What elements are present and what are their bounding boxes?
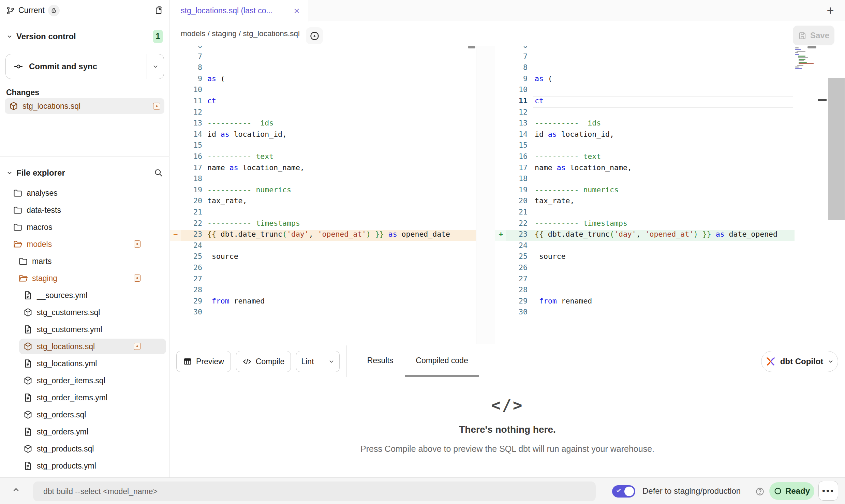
folder-open-icon <box>13 239 23 249</box>
code-line-24: 24 <box>170 241 476 252</box>
sidebar-item-stg-orders-sql[interactable]: stg_orders.sql <box>0 406 169 423</box>
doc-icon <box>23 359 33 368</box>
preview-label: Preview <box>196 357 224 366</box>
code-line-25: 25 source <box>170 252 476 263</box>
pane-divider[interactable] <box>476 46 495 344</box>
code-slash-icon: </> <box>170 396 845 414</box>
sidebar-item--sources-yml[interactable]: __sources.yml <box>0 287 169 304</box>
dbt-copilot-button[interactable]: dbt Copilot <box>761 351 838 372</box>
code-line-17: 17name as location_name, <box>495 163 795 175</box>
expand-panel-icon[interactable] <box>12 485 20 494</box>
code-line-16: 16---------- text <box>170 152 476 163</box>
tab-results[interactable]: Results <box>360 344 401 377</box>
code-line-14: 14id as location_id, <box>495 130 795 141</box>
sidebar-item-marts[interactable]: marts <box>0 253 169 270</box>
more-options-button[interactable]: ••• <box>818 481 838 501</box>
item-label: stg_order_items.sql <box>37 376 105 385</box>
doc-icon <box>23 325 33 334</box>
code-line-20: 20tax_rate, <box>170 196 476 208</box>
sidebar-item-stg-customers-yml[interactable]: stg_customers.yml <box>0 321 169 338</box>
branch-name: Current <box>18 6 45 15</box>
vertical-scrollbar[interactable] <box>828 78 845 220</box>
left-scrollbar-thumb[interactable] <box>468 46 475 48</box>
lock-icon <box>51 8 57 13</box>
code-line-28: 28 <box>170 285 476 297</box>
version-control-header[interactable]: Version control 1 <box>0 27 169 46</box>
item-label: stg_locations.sql <box>37 342 95 351</box>
changes-count-badge: 1 <box>153 30 163 43</box>
item-label: stg_locations.yml <box>37 359 97 368</box>
copy-icon[interactable] <box>154 6 163 15</box>
sidebar-item-stg-locations-yml[interactable]: stg_locations.yml <box>0 355 169 372</box>
breadcrumb-row: models / staging / stg_locations.sql Sav… <box>170 21 845 46</box>
item-label: stg_orders.sql <box>37 410 86 419</box>
model-icon <box>23 342 33 351</box>
diff-editor[interactable]: 6789as (1011ct1213---------- ids14id as … <box>170 46 845 344</box>
folder-icon <box>13 222 23 232</box>
item-label: stg_customers.sql <box>37 308 100 317</box>
lint-options-caret[interactable] <box>323 351 339 372</box>
sidebar-item-stg-locations-sql[interactable]: stg_locations.sql <box>0 338 169 355</box>
lint-button[interactable]: Lint <box>296 351 340 372</box>
changed-file-row[interactable]: stg_locations.sql <box>5 98 164 114</box>
code-line-19: 19---------- numerics <box>495 186 795 197</box>
status-badge: Ready <box>769 482 814 500</box>
new-tab-button[interactable]: + <box>823 3 837 18</box>
sidebar-item-stg-products-yml[interactable]: stg_products.yml <box>0 457 169 474</box>
sidebar: Current Version control 1 <box>0 0 169 477</box>
file-explorer-title: File explorer <box>16 168 65 178</box>
code-line-15: 15 <box>495 141 795 152</box>
tab-compiled-code[interactable]: Compiled code <box>405 344 479 377</box>
search-icon[interactable] <box>154 168 163 177</box>
sidebar-item-analyses[interactable]: analyses <box>0 184 169 202</box>
lineage-button[interactable] <box>306 27 323 44</box>
code-line-13: 13---------- ids <box>495 119 795 130</box>
sidebar-item-staging[interactable]: staging <box>0 270 169 287</box>
commit-and-sync-main[interactable]: Commit and sync <box>6 54 147 79</box>
command-input[interactable]: dbt build --select <model_name> <box>33 481 596 501</box>
code-line-12: 12 <box>495 108 795 119</box>
file-explorer-header[interactable]: File explorer <box>0 163 169 182</box>
divider <box>346 345 347 377</box>
commit-and-sync-button[interactable]: Commit and sync <box>5 54 164 79</box>
folder-open-icon <box>18 273 28 283</box>
lint-label[interactable]: Lint <box>296 351 319 372</box>
commit-and-sync-label: Commit and sync <box>29 62 97 71</box>
save-label: Save <box>810 31 829 40</box>
modified-badge <box>134 275 141 282</box>
code-line-23: +23{{ dbt.date_trunc('day', 'opened_at')… <box>495 230 795 241</box>
toggle-knob <box>624 487 634 496</box>
code-line-30: 30 <box>170 308 476 319</box>
help-icon[interactable] <box>755 487 765 496</box>
item-label: stg_customers.yml <box>37 325 102 334</box>
diff-pane-original[interactable]: 6789as (1011ct1213---------- ids14id as … <box>170 46 476 344</box>
compile-button[interactable]: Compile <box>236 351 291 372</box>
tab-stg-locations[interactable]: stg_locations.sql (last co... × <box>170 0 309 21</box>
sidebar-item-macros[interactable]: macros <box>0 219 169 236</box>
code-line-23: −23{{ dbt.date_trunc('day', 'opened_at')… <box>170 230 476 241</box>
sidebar-item-models[interactable]: models <box>0 236 169 253</box>
code-line-6: 6 <box>495 46 795 52</box>
table-icon <box>183 357 192 366</box>
modified-badge <box>153 103 160 110</box>
diff-pane-modified[interactable]: 6789as (1011ct1213---------- ids14id as … <box>495 46 795 344</box>
sidebar-item-stg-products-sql[interactable]: stg_products.sql <box>0 440 169 457</box>
code-line-14: 14id as location_id, <box>170 130 476 141</box>
changes-section-label: Changes <box>6 88 39 97</box>
preview-button[interactable]: Preview <box>176 351 231 372</box>
commit-options-caret[interactable] <box>147 54 164 79</box>
close-icon[interactable]: × <box>294 6 300 16</box>
sidebar-item-stg-orders-yml[interactable]: stg_orders.yml <box>0 423 169 440</box>
sidebar-item-stg-order-items-sql[interactable]: stg_order_items.sql <box>0 372 169 389</box>
item-label: stg_order_items.yml <box>37 393 107 402</box>
minimap[interactable] <box>795 47 818 116</box>
sidebar-item-stg-customers-sql[interactable]: stg_customers.sql <box>0 304 169 321</box>
sidebar-item-stg-order-items-yml[interactable]: stg_order_items.yml <box>0 389 169 406</box>
sidebar-item-data-tests[interactable]: data-tests <box>0 202 169 219</box>
results-toolbar: Preview Compile Lint Results Compiled co… <box>170 344 845 377</box>
empty-state: </> There's nothing here. Press Compile … <box>170 377 845 478</box>
save-icon <box>798 31 807 40</box>
defer-toggle[interactable] <box>612 485 635 498</box>
status-circle-icon <box>774 487 782 495</box>
save-button[interactable]: Save <box>793 26 834 45</box>
